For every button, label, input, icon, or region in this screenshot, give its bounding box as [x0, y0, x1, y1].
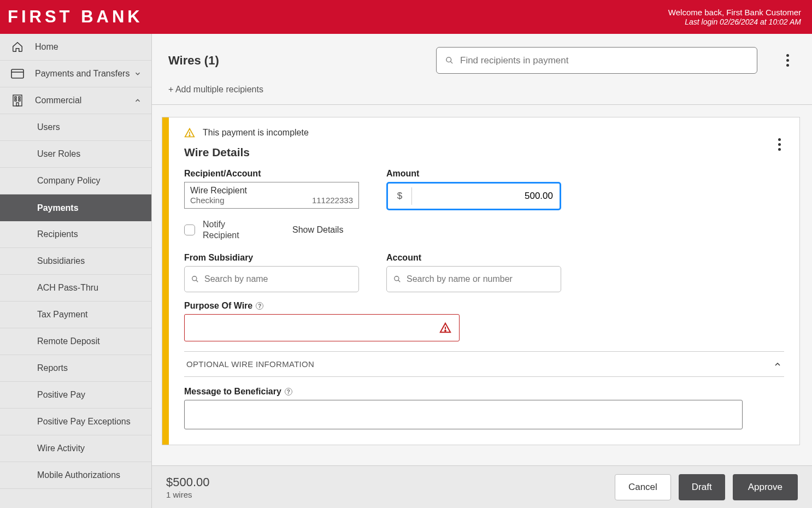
- currency-symbol: $: [388, 187, 412, 205]
- warning-icon: [184, 127, 195, 138]
- notify-recipient-label: Notify Recipient: [203, 219, 246, 241]
- chevron-down-icon: [134, 70, 142, 78]
- cancel-button[interactable]: Cancel: [615, 474, 671, 500]
- svg-rect-6: [19, 99, 20, 101]
- purpose-of-wire-label: Purpose Of Wire ?: [184, 301, 784, 311]
- recipient-account-field[interactable]: Wire Recipient Checking 111222333: [184, 182, 359, 209]
- amount-label: Amount: [386, 169, 561, 179]
- add-multiple-recipients-link[interactable]: + Add multiple recipients: [168, 85, 796, 94]
- help-icon[interactable]: ?: [285, 388, 292, 395]
- sidebar-item-label: Payments: [37, 203, 79, 213]
- sidebar-item-recipients[interactable]: Recipients: [0, 221, 151, 248]
- svg-line-15: [398, 280, 401, 282]
- svg-rect-7: [16, 103, 19, 106]
- sidebar-item-remote-deposit[interactable]: Remote Deposit: [0, 328, 151, 355]
- sidebar-item-subsidiaries[interactable]: Subsidiaries: [0, 248, 151, 275]
- sidebar-item-user-roles[interactable]: User Roles: [0, 141, 151, 168]
- recipient-search[interactable]: [436, 47, 757, 74]
- sidebar-item-label: Positive Pay Exceptions: [37, 417, 131, 427]
- search-icon: [393, 275, 401, 283]
- bank-logo: FIRST BANK: [8, 7, 143, 27]
- sidebar-item-positive-pay[interactable]: Positive Pay: [0, 382, 151, 409]
- optional-wire-info-label: OPTIONAL WIRE INFORMATION: [186, 359, 314, 369]
- svg-point-12: [192, 276, 197, 281]
- svg-point-8: [446, 57, 451, 62]
- footer-total: $500.00: [166, 475, 210, 489]
- help-icon[interactable]: ?: [256, 302, 263, 310]
- sidebar-item-reports[interactable]: Reports: [0, 355, 151, 382]
- welcome-text: Welcome back, First Bank Customer: [668, 8, 801, 17]
- recipient-search-input[interactable]: [460, 55, 748, 66]
- sidebar-item-label: User Roles: [37, 149, 80, 159]
- sidebar-item-payments[interactable]: Payments: [0, 194, 151, 221]
- sidebar-item-label: Reports: [37, 363, 68, 373]
- approve-button[interactable]: Approve: [733, 474, 798, 500]
- header-user-block: Welcome back, First Bank Customer Last l…: [668, 8, 801, 26]
- chevron-up-icon: [773, 360, 782, 369]
- show-details-link[interactable]: Show Details: [292, 225, 343, 235]
- sidebar-item-label: Tax Payment: [37, 310, 87, 320]
- sidebar-item-positive-pay-exceptions[interactable]: Positive Pay Exceptions: [0, 409, 151, 435]
- sidebar-item-label: Payments and Transfers: [35, 69, 130, 79]
- page-title: Wires (1): [168, 54, 219, 68]
- sidebar-item-ach-pass-thru[interactable]: ACH Pass-Thru: [0, 275, 151, 302]
- search-icon: [191, 275, 199, 283]
- wire-card: This payment is incomplete Wire Details …: [162, 117, 800, 445]
- sidebar-item-label: Remote Deposit: [37, 336, 100, 346]
- sidebar-item-label: Positive Pay: [37, 390, 85, 400]
- card-icon: [10, 67, 25, 80]
- sidebar-item-label: Company Policy: [37, 176, 101, 186]
- notify-recipient-checkbox[interactable]: [184, 225, 195, 235]
- sidebar-item-payments-transfers[interactable]: Payments and Transfers: [0, 61, 151, 87]
- svg-line-13: [196, 280, 198, 282]
- svg-rect-3: [15, 97, 16, 98]
- account-field[interactable]: [386, 266, 561, 292]
- recipient-account-label: Recipient/Account: [184, 169, 359, 179]
- card-menu-button[interactable]: [771, 138, 787, 151]
- app-header: FIRST BANK Welcome back, First Bank Cust…: [0, 0, 812, 34]
- sidebar-item-label: Wire Activity: [37, 444, 85, 453]
- from-subsidiary-field[interactable]: [184, 266, 359, 292]
- page-menu-button[interactable]: [779, 54, 796, 67]
- message-to-beneficiary-label: Message to Beneficiary ?: [184, 387, 784, 397]
- sidebar-item-company-policy[interactable]: Company Policy: [0, 168, 151, 194]
- sidebar-item-label: Users: [37, 122, 60, 132]
- account-label: Account: [386, 253, 561, 263]
- draft-button[interactable]: Draft: [679, 474, 725, 500]
- sidebar-item-wire-activity[interactable]: Wire Activity: [0, 435, 151, 462]
- sidebar-item-home[interactable]: Home: [0, 34, 151, 61]
- home-icon: [10, 40, 25, 54]
- last-login-text: Last login 02/26/2024 at 10:02 AM: [668, 17, 801, 26]
- svg-rect-5: [15, 99, 16, 101]
- optional-wire-info-toggle[interactable]: OPTIONAL WIRE INFORMATION: [184, 351, 784, 377]
- chevron-up-icon: [134, 97, 142, 104]
- message-to-beneficiary-field[interactable]: [184, 400, 743, 429]
- sidebar-item-tax-payment[interactable]: Tax Payment: [0, 302, 151, 328]
- amount-field[interactable]: $: [386, 182, 561, 210]
- sidebar-item-mobile-authorizations[interactable]: Mobile Authorizations: [0, 462, 151, 489]
- svg-point-14: [395, 276, 399, 281]
- sidebar-item-label: ACH Pass-Thru: [37, 283, 98, 293]
- purpose-of-wire-input[interactable]: [192, 323, 439, 333]
- svg-rect-0: [11, 69, 23, 78]
- sidebar-item-users[interactable]: Users: [0, 114, 151, 141]
- svg-rect-4: [19, 97, 20, 98]
- account-input[interactable]: [407, 274, 554, 284]
- warning-text: This payment is incomplete: [203, 128, 309, 138]
- sidebar-item-label: Commercial: [35, 96, 81, 105]
- sidebar-item-commercial[interactable]: Commercial: [0, 87, 151, 114]
- sidebar-item-label: Subsidiaries: [37, 256, 85, 266]
- content-scroll[interactable]: This payment is incomplete Wire Details …: [152, 105, 812, 465]
- kebab-icon: [778, 138, 781, 141]
- sidebar: Home Payments and Transfers Commercial U…: [0, 34, 152, 508]
- amount-input[interactable]: [412, 191, 560, 202]
- footer-count: 1 wires: [166, 490, 210, 499]
- search-icon: [445, 56, 454, 64]
- section-title: Wire Details: [184, 146, 784, 159]
- purpose-of-wire-field[interactable]: [184, 314, 460, 341]
- page-top: Wires (1) + Add multiple recipients: [152, 34, 812, 105]
- svg-point-17: [445, 330, 446, 332]
- error-warning-icon: [439, 322, 451, 334]
- from-subsidiary-input[interactable]: [204, 274, 352, 284]
- from-subsidiary-label: From Subsidiary: [184, 253, 359, 263]
